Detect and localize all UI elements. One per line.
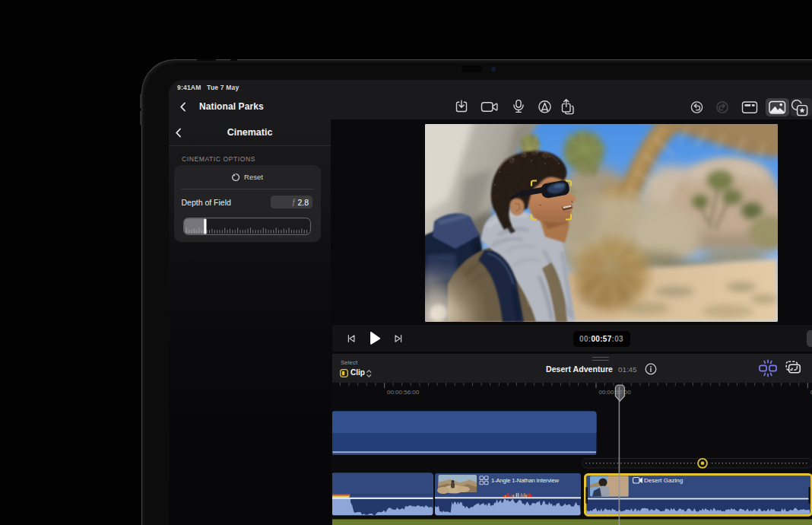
svg-text:1-Angle 1-Nathan Interview: 1-Angle 1-Nathan Interview xyxy=(491,477,560,484)
svg-text:00:00:56:00: 00:00:56:00 xyxy=(387,389,420,396)
svg-text:Desert Gazing: Desert Gazing xyxy=(644,477,683,484)
